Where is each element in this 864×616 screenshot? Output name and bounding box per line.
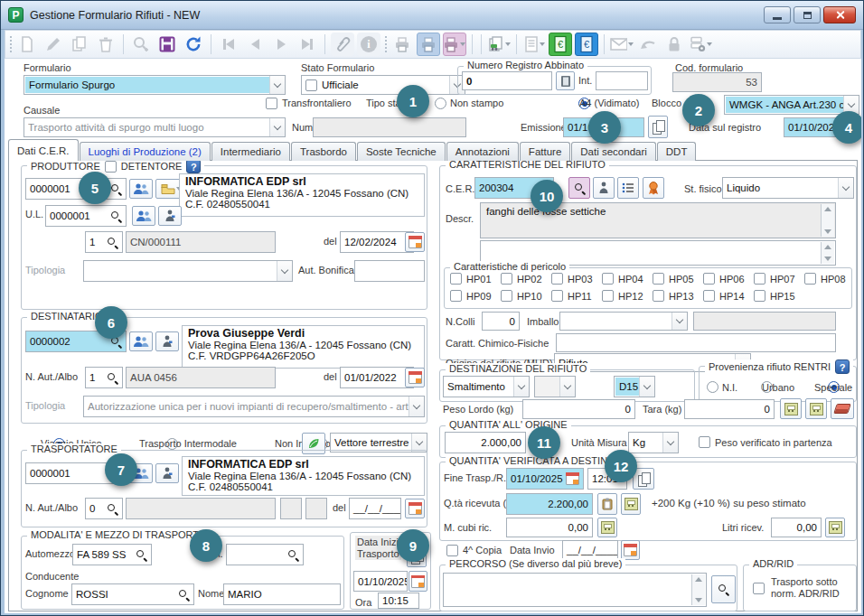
non-stampo-radio[interactable] [435,98,446,109]
cer-contact-button[interactable] [593,177,615,199]
descr-textarea[interactable]: fanghi delle fosse settiche [480,202,836,238]
formulario-combo[interactable]: Formulario Spurgo [23,75,286,95]
hp-checkbox-item[interactable]: HP06 [703,273,754,285]
destinatario-del-field[interactable]: 01/01/2022 [340,367,414,388]
restore-button[interactable] [794,6,821,23]
hp-checkbox[interactable] [602,290,614,302]
registro-number-field[interactable]: 0 [462,71,552,90]
hp-checkbox[interactable] [551,290,563,302]
quantita-origine-field[interactable]: 2.000,00 [445,432,526,453]
produttore-tipologia-combo[interactable] [83,260,293,282]
ora-field[interactable]: 10:15 [378,593,419,609]
data-inizio-date-field[interactable]: 01/10/2025 [353,571,408,592]
attachment-button[interactable] [331,33,354,56]
cognome-field[interactable]: ROSSI [71,583,194,605]
revert-button[interactable] [636,33,660,56]
copy-button[interactable] [68,33,91,56]
clear-weights-button[interactable] [831,398,854,419]
adr-checkbox[interactable] [753,583,765,594]
tab[interactable]: Dati secondari [571,142,656,161]
nav-last-button[interactable] [296,33,319,56]
cer-list-button[interactable] [617,177,639,199]
hp-checkbox-item[interactable]: HP12 [602,290,653,302]
produttore-ul-anagrafica-button[interactable] [132,206,155,226]
hp-checkbox[interactable] [703,273,715,285]
data-invio-field[interactable]: __/__/____ [562,540,618,560]
percorso-search-button[interactable] [711,575,736,603]
tab[interactable]: Soste Tecniche [357,142,446,161]
chimico-field[interactable] [556,333,836,352]
qta-ricevuta-field[interactable]: 2.200,00 [506,493,593,515]
hp-checkbox-item[interactable]: HP14 [703,290,754,302]
save-button[interactable] [155,33,179,56]
ncolli-field[interactable]: 0 [482,312,520,331]
imballo-combo[interactable] [559,312,688,331]
transport-document-button[interactable] [487,33,511,56]
scroll-arrows[interactable] [821,204,834,237]
minimize-button[interactable] [764,6,791,23]
calc-lordo-button[interactable] [780,398,802,419]
destinazione-codice-combo[interactable]: D15 [614,376,655,397]
peso-verificato-checkbox[interactable] [699,436,710,448]
nav-previous-button[interactable] [243,33,267,56]
registro-book-button[interactable] [556,71,575,90]
trasportatore-del-field[interactable]: __/__/____ [349,498,401,519]
calendar-icon[interactable] [566,472,579,485]
toolbar-grip[interactable] [383,34,388,54]
hp-checkbox-item[interactable]: HP02 [501,273,551,285]
tab[interactable]: DDT [657,142,697,161]
tab[interactable]: Annotazioni [446,142,519,161]
produttore-naut-field[interactable]: 1 [85,231,123,253]
mcubi-field[interactable]: 0,00 [506,518,593,537]
destinatario-tipologia-combo[interactable]: Autorizzazione unica per i nuovi impiant… [83,396,425,417]
toolbar-grip[interactable] [8,34,13,54]
produttore-code-field[interactable]: 0000001 [25,178,127,200]
rimorchio-field[interactable] [226,544,304,565]
produttore-anagrafica-button[interactable] [129,179,153,199]
hp-checkbox-item[interactable]: HP08 [804,273,855,285]
new-document-button[interactable] [15,33,39,56]
search-icon[interactable] [110,210,122,222]
transfrontaliero-checkbox[interactable] [266,98,277,109]
hp-checkbox[interactable] [754,290,765,302]
hp-checkbox[interactable] [653,273,664,285]
trasportatore-naut-field[interactable]: 0 [85,498,123,519]
litri-calc-button[interactable] [825,518,845,537]
lock-button[interactable] [662,33,686,56]
nav-next-button[interactable] [269,33,293,56]
hp-checkbox-item[interactable]: HP03 [551,273,602,285]
scroll-arrows[interactable] [821,242,834,264]
help-icon[interactable]: ? [186,159,201,173]
peso-lordo-field[interactable]: 0 [522,399,635,419]
close-button[interactable] [823,6,856,23]
hp-checkbox[interactable] [653,290,664,302]
tara-field[interactable]: 0 [684,399,775,419]
ufficiale-checkbox[interactable] [305,79,317,91]
hp-checkbox[interactable] [804,273,816,285]
destinatario-anagrafica-button[interactable] [129,331,153,351]
produttore-ul-field[interactable]: 0000001 [45,205,127,227]
cer-certificate-button[interactable] [643,177,664,199]
destinazione-tipo-combo[interactable]: Smaltimento [443,376,530,397]
nav-first-button[interactable] [217,33,240,56]
search-icon[interactable] [107,237,118,248]
search-icon[interactable] [110,183,122,195]
report-document-button[interactable] [522,33,546,56]
email-button[interactable] [610,33,634,56]
tab[interactable]: Intermediario [211,142,290,161]
find-button[interactable] [129,33,153,56]
tab[interactable]: Luoghi di Produzione (2) [80,142,211,161]
scroll-arrows[interactable] [691,574,705,605]
fine-trasp-date-field[interactable]: 01/10/2025 [506,468,584,490]
calc-tara-button[interactable] [805,398,827,419]
quarta-copia-checkbox[interactable] [446,545,458,556]
refresh-button[interactable] [182,33,205,56]
data-invio-calendar-button[interactable] [621,540,640,560]
hp-checkbox[interactable] [501,290,512,302]
qta-calc-button[interactable] [621,493,641,515]
destinatario-naut-field[interactable]: 1 [85,367,123,388]
qta-paste-button[interactable] [597,493,617,515]
hp-checkbox[interactable] [703,290,715,302]
search-icon[interactable] [107,372,118,384]
destinatario-contact-button[interactable] [155,331,179,351]
